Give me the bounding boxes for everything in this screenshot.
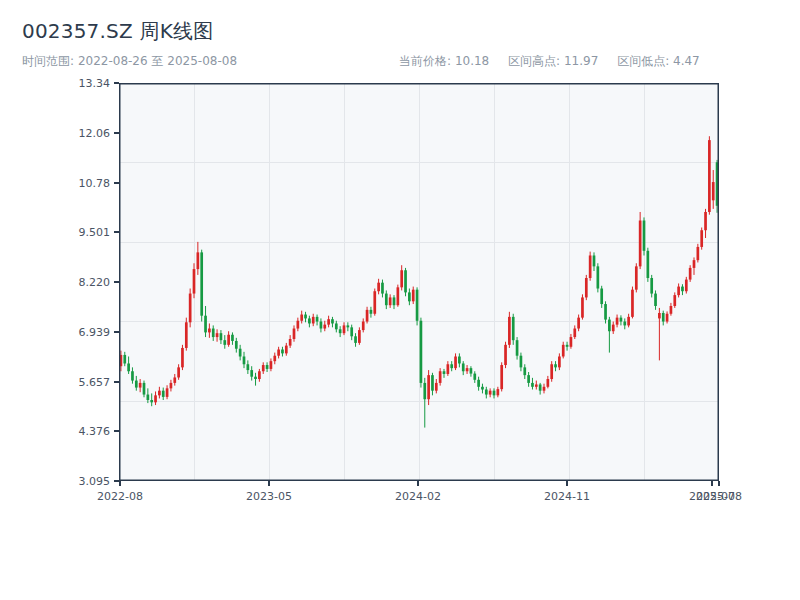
candle-body [381,283,384,294]
candle-body [243,356,246,364]
candle-body [343,325,346,333]
candle-body [281,349,284,353]
candle-body [220,333,223,340]
candle-body [566,345,569,347]
time-range-end: 2025-08-08 [167,54,237,68]
candle-body [358,330,361,343]
page-title: 002357.SZ 周K线图 [22,18,213,45]
candle-body [154,395,157,402]
y-axis-label: 8.220 [30,276,110,289]
candle-body [516,340,519,356]
range-low: 区间低点: 4.47 [617,54,700,68]
candle-body [612,325,615,332]
candle-body [293,329,296,339]
candle-body [658,313,661,318]
candle-body [250,370,253,377]
candle-body [573,329,576,338]
candle-body [408,292,411,301]
candle-body [635,266,638,289]
x-axis-tick [566,481,568,486]
candle-body [520,356,523,368]
candle-body [531,383,534,387]
y-axis-label: 6.939 [30,325,110,338]
candle-body [254,377,257,379]
candle-body [600,289,603,305]
y-axis-label: 4.376 [30,425,110,438]
candle-body [643,221,646,251]
candle-body [435,383,438,391]
candle-body [323,325,326,329]
candle-body [350,327,353,336]
candle-body [177,367,180,377]
y-axis-label: 10.78 [30,176,110,189]
candle-body [689,268,692,280]
candle-body [616,318,619,325]
candle-body [627,317,630,326]
candle-body [308,318,311,323]
candle-body [685,280,688,292]
candle-body [446,364,449,374]
candle-body [596,266,599,288]
y-axis-tick [114,281,119,283]
candle-body [208,329,211,333]
candle-body [489,391,492,395]
candle-body [458,356,461,363]
candle-body [620,318,623,322]
candle-body [389,297,392,305]
candle-body [404,270,407,292]
time-range-start: 2022-08-26 [78,54,148,68]
candle-body [327,319,330,324]
time-range-label: 时间范围: [22,54,74,68]
candle-body [608,320,611,332]
candle-body [677,287,680,296]
candle-body [681,287,684,292]
candle-body [589,255,592,278]
candle-body [654,294,657,306]
candle-body [670,306,673,314]
candle-body [377,283,380,292]
candle-body [235,341,238,349]
candle-body [416,290,419,321]
candle-body [273,356,276,361]
candle-body [623,322,626,326]
y-axis-label: 9.501 [30,226,110,239]
y-axis-tick [114,132,119,134]
time-range-joiner: 至 [151,54,163,68]
candle-body [373,291,376,314]
candle-body [173,377,176,382]
candle-body [558,356,561,367]
candle-body [412,290,415,302]
candle-body [166,388,169,397]
candle-body [570,337,573,347]
candle-body [131,371,134,380]
candle-body [496,389,499,395]
candle-body [289,339,292,346]
candle-body [362,322,365,331]
y-axis-label: 5.657 [30,375,110,388]
candle-body [554,364,557,367]
candle-body [196,252,199,269]
candle-body [300,315,303,321]
candle-body [539,384,542,390]
candle-body [427,375,430,399]
candle-body [150,400,153,402]
candle-body [462,363,465,371]
y-axis-tick [114,182,119,184]
candle-body [346,325,349,327]
candle-body [143,383,146,395]
candle-body [170,383,173,388]
candle-body [481,387,484,390]
candle-body [504,345,507,365]
candle-body [708,140,711,212]
candle-body [450,364,453,368]
candle-body [666,314,669,322]
candle-body [146,395,149,400]
candle-body [439,371,442,383]
candle-body [454,356,457,368]
candle-body [189,294,192,323]
candle-body [270,361,273,369]
candle-body [185,322,188,348]
time-range: 时间范围: 2022-08-26 至 2025-08-08 [22,53,237,70]
candle-body [696,247,699,260]
candle-body [331,319,334,323]
